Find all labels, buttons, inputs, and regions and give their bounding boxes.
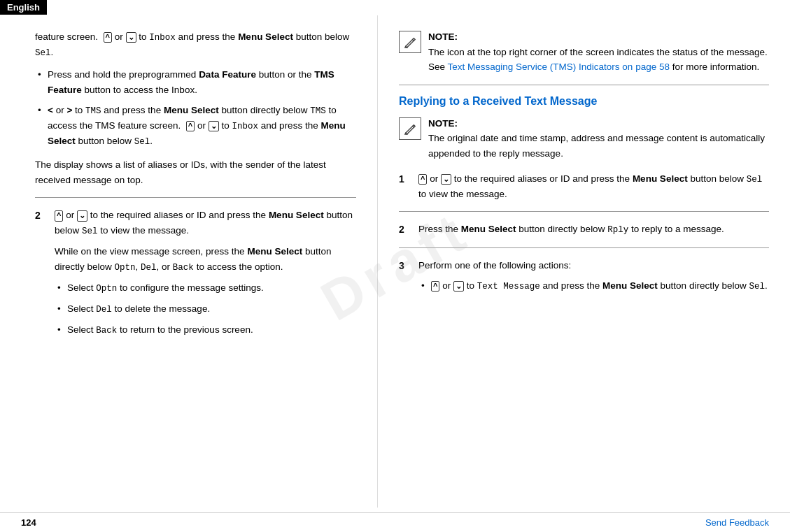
menu-select-step2: Menu Select xyxy=(269,210,324,220)
optn-mono: Optn xyxy=(115,263,136,273)
pencil-icon xyxy=(404,36,416,48)
menu-select-bold-2: Menu Select xyxy=(164,105,219,115)
inbox-mono-1: Inbox xyxy=(149,33,176,43)
sub-bullet-2: Select Del to delete the message. xyxy=(55,301,356,317)
rply-mono: Rply xyxy=(607,225,628,235)
inbox-mono-2: Inbox xyxy=(232,122,259,131)
while-text: While on the view message screen, press … xyxy=(55,244,356,275)
or-right-1: or xyxy=(430,173,441,184)
sub-bullet-3: Select Back to return to the previous sc… xyxy=(55,322,356,338)
page-number: 124 xyxy=(21,517,36,528)
or-text-step2: or xyxy=(66,210,77,220)
optn-mono-2: Optn xyxy=(96,284,117,294)
text-message-mono: Text Message xyxy=(477,282,540,292)
sel-step3: Sel xyxy=(749,282,765,292)
note-2-body: The original date and time stamp, addres… xyxy=(428,133,765,159)
or-text-1: or xyxy=(115,31,126,42)
back-mono-2: Back xyxy=(96,326,117,336)
bullet-list-1: Press and hold the preprogrammed Data Fe… xyxy=(35,67,356,149)
bullet-item-2: < or > to TMS and press the Menu Select … xyxy=(35,103,356,149)
sub-bullet-1: Select Optn to configure the message set… xyxy=(55,280,356,296)
right-step-2-content: Press the Menu Select button directly be… xyxy=(418,222,769,237)
up-arrow-icon: ^ xyxy=(104,32,112,43)
sel-step2: Sel xyxy=(82,227,98,236)
menu-select-bold-3: Menu xyxy=(320,120,345,131)
angle-left-icon: < xyxy=(48,105,53,115)
step-3-bullets: ^ or ⌄ to Text Message and press the Men… xyxy=(418,278,769,294)
step-3-bullet-1: ^ or ⌄ to Text Message and press the Men… xyxy=(418,278,769,294)
sel-mono-2: Sel xyxy=(134,137,150,147)
note-icon-2 xyxy=(399,117,421,140)
page-footer: 124 Send Feedback xyxy=(0,512,790,532)
or-text-2: or xyxy=(197,120,209,131)
tms-mono-2: TMS xyxy=(310,106,326,116)
display-text: The display shows a list of aliases or I… xyxy=(35,157,356,187)
sub-bullet-list: Select Optn to configure the message set… xyxy=(55,280,356,338)
content-area: feature screen. ^ or ⌄ to Inbox and pres… xyxy=(0,15,790,508)
feature-intro-text: feature screen. ^ or ⌄ to Inbox and pres… xyxy=(35,29,356,60)
menu-select-bold-1: Menu Select xyxy=(238,31,293,42)
back-mono: Back xyxy=(173,263,194,273)
tms-mono-1: TMS xyxy=(85,106,101,116)
tms-link[interactable]: Text Messaging Service (TMS) Indicators … xyxy=(448,62,670,72)
up-arrow-right-1: ^ xyxy=(418,174,427,185)
divider-right xyxy=(399,85,769,85)
right-column: NOTE: The icon at the top right corner o… xyxy=(378,15,790,508)
right-step-1: 1 ^ or ⌄ to the required aliases or ID a… xyxy=(399,171,769,202)
right-step-3-content: Perform one of the following actions: ^ … xyxy=(418,258,769,303)
right-step-2-num: 2 xyxy=(399,222,411,237)
step-2-number: 2 xyxy=(35,208,48,345)
divider-right-2 xyxy=(399,211,769,212)
page-header: English xyxy=(0,0,47,15)
note-1-text: NOTE: The icon at the top right corner o… xyxy=(428,29,769,75)
divider-right-3 xyxy=(399,247,769,248)
menu-select-right-1: Menu Select xyxy=(633,173,688,184)
or-step3: or xyxy=(442,280,453,291)
step-3-intro: Perform one of the following actions: xyxy=(418,258,769,273)
up-arrow-icon-2: ^ xyxy=(186,121,195,131)
sel-mono-1: Sel xyxy=(35,48,51,58)
note-2-text: NOTE: The original date and time stamp, … xyxy=(428,116,769,161)
down-arrow-step3: ⌄ xyxy=(453,281,464,292)
menu-select-while: Menu Select xyxy=(247,246,302,257)
header-label: English xyxy=(7,2,40,13)
note-icon-1 xyxy=(399,31,421,53)
step-2: 2 ^ or ⌄ to the required aliases or ID a… xyxy=(35,208,356,345)
bullet-item-1: Press and hold the preprogrammed Data Fe… xyxy=(35,67,356,97)
divider-1 xyxy=(35,197,356,198)
del-mono-2: Del xyxy=(96,305,112,315)
up-arrow-step3: ^ xyxy=(431,281,439,292)
del-mono: Del xyxy=(141,263,157,273)
down-arrow-icon-2: ⌄ xyxy=(209,121,219,131)
down-arrow-icon: ⌄ xyxy=(126,32,136,43)
angle-right-icon: > xyxy=(66,105,72,115)
left-column: feature screen. ^ or ⌄ to Inbox and pres… xyxy=(0,15,378,508)
down-arrow-right-1: ⌄ xyxy=(441,174,451,185)
note-2-label: NOTE: xyxy=(428,118,458,129)
select-bold-cont: Select xyxy=(48,136,76,146)
right-step-1-num: 1 xyxy=(399,171,411,202)
right-step-3: 3 Perform one of the following actions: … xyxy=(399,258,769,303)
data-feature-bold: Data Feature xyxy=(199,69,256,80)
sel-right-1: Sel xyxy=(747,175,763,185)
send-feedback-link[interactable]: Send Feedback xyxy=(705,517,769,528)
right-step-1-content: ^ or ⌄ to the required aliases or ID and… xyxy=(418,171,769,202)
menu-select-step3: Menu Select xyxy=(602,280,658,291)
tms-feature-bold: TMS Feature xyxy=(48,69,334,95)
down-arrow-step2: ⌄ xyxy=(77,210,87,221)
note-1-label: NOTE: xyxy=(428,31,458,42)
step-2-content: ^ or ⌄ to the required aliases or ID and… xyxy=(55,208,356,345)
section-heading: Replying to a Received Text Message xyxy=(399,95,769,108)
menu-select-right-2: Menu Select xyxy=(461,224,516,234)
right-step-3-num: 3 xyxy=(399,258,411,303)
note-1-body: The icon at the top right corner of the … xyxy=(428,47,768,73)
note-box-2: NOTE: The original date and time stamp, … xyxy=(399,116,769,161)
step-2-text: ^ or ⌄ to the required aliases or ID and… xyxy=(55,208,356,238)
right-step-2: 2 Press the Menu Select button directly … xyxy=(399,222,769,237)
up-arrow-step2: ^ xyxy=(55,210,63,221)
pencil-icon-2 xyxy=(404,122,416,135)
note-box-1: NOTE: The icon at the top right corner o… xyxy=(399,29,769,75)
